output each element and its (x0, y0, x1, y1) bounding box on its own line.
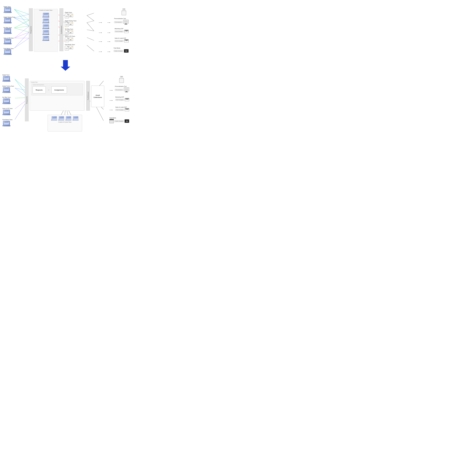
laptop (42, 19, 49, 23)
right-team-icons (65, 46, 75, 50)
dest-cms-bottom: CMS (119, 76, 124, 83)
svg-line-28 (87, 30, 94, 31)
sub-label-btn: Personalizations (114, 21, 122, 23)
dest-sales-esp-bottom: Sales & Leads ESP Email Campaigns (115, 106, 129, 111)
svg-line-5 (14, 18, 29, 26)
down-arrow-svg (61, 60, 70, 71)
svg-line-30 (87, 45, 94, 51)
svg-line-25 (87, 16, 94, 21)
transition-arrow (1, 60, 130, 71)
ad-box: Ad (124, 49, 129, 53)
laptop (42, 30, 49, 35)
team-sales-pr: Sales & PR Team (3, 37, 15, 46)
svg-line-27 (87, 23, 94, 31)
svg-marker-39 (61, 60, 70, 71)
laptop (42, 25, 49, 29)
img-icon (69, 22, 73, 25)
right-team-icons (65, 38, 75, 42)
monitor-icon (123, 20, 129, 25)
team-rel-mkg-b: Rel Mkg Team (2, 96, 14, 105)
team-digital-b: Digital Team (2, 74, 14, 83)
requests-bar-label: Requests (30, 26, 32, 33)
dest-label: Paid Media (109, 117, 116, 119)
doc-icon (65, 46, 69, 50)
dest-label: Marketing ESP (115, 96, 124, 98)
team-sales-pr-b: Sales & PR Team (2, 107, 14, 116)
email-icon (125, 98, 129, 101)
doc-icon (65, 22, 69, 27)
fulfillment-bar-label: Fulfillment (87, 92, 89, 100)
dest-label: Paid Media (114, 47, 120, 49)
creative-content-bottom-box: Creative & Content Team (48, 115, 82, 131)
hub-ops-box: Content Hub Operations Requests → Assign… (31, 83, 83, 95)
svg-line-2 (14, 9, 29, 26)
dest-row: Personalizations (115, 87, 129, 92)
requests-bar-bottom: Requests (25, 79, 29, 121)
dest-row: Email Campaigns (115, 39, 129, 42)
dest-row: Personalizations (114, 20, 129, 25)
top-diagram: Digital Team Digital Testing Team (1, 2, 130, 60)
hub-ops-label: Content Hub Operations (33, 84, 82, 85)
right-team-icons (65, 31, 73, 35)
svg-line-12 (14, 32, 29, 48)
dest-row: Email Campaigns (115, 108, 129, 111)
svg-line-1 (14, 9, 29, 20)
dest-row: Display Campaigns Ad (114, 49, 129, 53)
cylinder-icon (119, 78, 124, 83)
monitor-icon (124, 87, 129, 92)
dest-label: Sales & Leads ESP (115, 106, 127, 108)
main-container: Digital Team Digital Testing Team (0, 0, 131, 136)
laptop-front (3, 7, 12, 13)
dest-sales-esp-top: Sales & Leads ESP Email Campaigns (115, 37, 129, 42)
right-team-sales-pr: Sales & PR Team (65, 35, 75, 42)
laptop-front (3, 49, 12, 55)
laptop (42, 36, 49, 41)
sub-label-btn: Email Campaigns (115, 99, 124, 101)
sub-label-btn: Email Campaigns (115, 109, 124, 111)
svg-line-3 (14, 14, 29, 18)
ad-box: Ad (125, 119, 129, 123)
content-hub-box: Content Hub Content Hub Operations Reque… (30, 81, 85, 111)
dest-row: Email Campaigns (115, 30, 129, 33)
top-left-teams: Digital Team Digital Testing Team (3, 6, 15, 56)
requests-bar-top: Requests (29, 8, 33, 51)
svg-line-7 (14, 26, 29, 28)
laptop (42, 13, 49, 17)
dest-label: CMS (120, 76, 123, 77)
assignments-box: Assignments (51, 86, 67, 94)
asset-collections-box: Asset Collections (91, 86, 104, 107)
right-team-digital: Digital Team (65, 11, 73, 18)
laptop-front (3, 28, 12, 34)
team-label: Digital Testing Team (3, 16, 15, 18)
team-digital-testing: Digital Testing Team (3, 16, 15, 25)
creative-team-label: Creative & Content Team (35, 10, 57, 11)
svg-line-10 (14, 32, 29, 38)
team-label: Paid Media Team (3, 48, 14, 49)
team-paid-media-b: Paid Media Team (2, 118, 14, 128)
asset-collections-label: Asset Collections (91, 94, 104, 98)
dest-marketing-esp-top: Marketing ESP Email Campaigns (115, 28, 129, 33)
laptop-front (3, 39, 12, 44)
svg-line-6 (14, 20, 29, 28)
right-team-icons (65, 22, 77, 27)
right-team-paid-media: Paid Media Team (65, 43, 75, 50)
dest-personalization-bottom: Personalization Tool Personalizations (115, 86, 129, 92)
img-icon (69, 46, 73, 49)
sub-label-btn: Email Campaigns (115, 31, 123, 32)
svg-line-13 (14, 38, 29, 48)
right-team-rel-mkg: Rel Mkg Team (65, 28, 73, 35)
dest-label: CMS (122, 8, 125, 10)
team-digital-testing-b: Digital Testing Team (2, 85, 14, 94)
creative-content-box-top: Creative & Content Team (34, 9, 58, 52)
dest-row: Display Campaigns Ad (109, 119, 129, 123)
dest-label: Marketing ESP (115, 28, 123, 29)
team-paid-media: Paid Media Team (3, 48, 15, 56)
sub-label-btn: Personalizations (115, 89, 123, 91)
creative-team-label-bottom: Creative & Content Team (58, 121, 71, 123)
laptop-front (3, 18, 12, 23)
dest-paid-media-bottom: Paid Media Display Campaigns Ad (109, 117, 129, 123)
email-icon (124, 30, 129, 33)
requests-box: Requests (33, 86, 46, 94)
bottom-diagram: Digital Team Digital Testing Team Rel Mk… (1, 71, 130, 133)
dest-marketing-esp-bottom: Marketing ESP Email Campaigns (115, 96, 129, 101)
